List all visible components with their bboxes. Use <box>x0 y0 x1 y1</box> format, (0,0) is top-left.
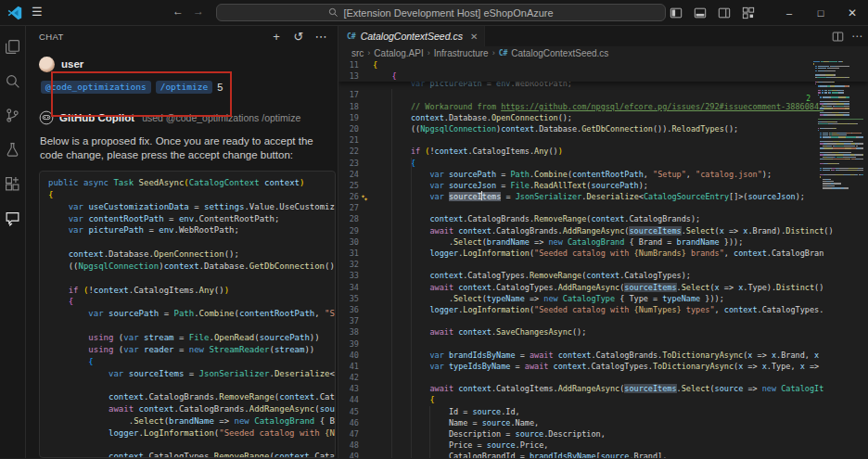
code-line[interactable]: var sourcePath = Path.Combine(contentRoo… <box>48 308 335 320</box>
sidebar-item-extensions[interactable] <box>2 172 24 195</box>
code-line[interactable]: 41 var typeIdsByName = await context.Cat… <box>338 361 868 372</box>
code-line[interactable]: 47 Description = source.Description, <box>338 428 868 440</box>
code-line[interactable]: .Select(brandName => new CatalogBrand { … <box>48 415 335 427</box>
code-line[interactable]: 20 ((NpgsqlConnection)context.Database.G… <box>338 123 868 134</box>
code-line[interactable] <box>48 236 335 249</box>
sticky-scroll[interactable]: 11{13 { <box>338 59 868 82</box>
code-line[interactable]: 40 var brandIdsByName = await context.Ca… <box>338 350 868 361</box>
tab-close-icon[interactable]: ✕ <box>470 32 478 42</box>
code-line[interactable]: 39 <box>338 338 868 350</box>
editor-more-actions-icon[interactable]: ⋯ <box>851 30 862 43</box>
code-line[interactable]: 36 logger.LogInformation("Seeded catalog… <box>338 304 868 315</box>
chip-code-optimizations[interactable]: @code_optimizations <box>41 81 151 94</box>
code-line[interactable]: 35 .Select(typeName => new CatalogType {… <box>338 293 868 304</box>
nav-forward-icon[interactable]: → <box>193 5 204 18</box>
title-bar: ☰ ← → [Extension Development Host] eShop… <box>0 0 868 26</box>
code-line[interactable] <box>48 440 335 452</box>
code-line[interactable]: 33 context.CatalogTypes.RemoveRange(cont… <box>338 270 868 281</box>
minimap-line <box>813 77 863 78</box>
minimize-button[interactable]: – <box>773 0 805 26</box>
split-editor-icon[interactable] <box>832 31 844 43</box>
editor-code-area[interactable]: 1718 // Workaround from https://github.c… <box>338 89 868 458</box>
code-line[interactable]: 21 <box>338 134 868 146</box>
breadcrumb-src[interactable]: src <box>351 48 364 58</box>
code-line[interactable]: var sourceItems = JsonSerializer.Deseria… <box>48 368 335 380</box>
code-line[interactable]: context.CatalogTypes.RemoveRange(context… <box>48 451 335 458</box>
chat-more-actions-button[interactable]: ⋯ <box>312 29 330 45</box>
code-line[interactable]: 34 await context.CatalogTypes.AddRangeAs… <box>338 282 868 293</box>
new-chat-button[interactable]: + <box>267 29 286 45</box>
code-line[interactable]: 13 { <box>338 70 868 82</box>
code-line[interactable]: ((NpgsqlConnection)context.Database.GetD… <box>48 261 335 273</box>
code-line[interactable]: 18 // Workaround from https://github.com… <box>338 101 868 112</box>
code-line[interactable]: using (var stream = File.OpenRead(source… <box>48 332 335 344</box>
sidebar-item-explorer[interactable] <box>2 35 24 57</box>
code-line[interactable] <box>48 273 335 285</box>
code-line[interactable]: logger.LogInformation("Seeded catalog wi… <box>48 427 335 440</box>
code-line[interactable]: context.CatalogBrands.RemoveRange(contex… <box>48 391 335 403</box>
code-line[interactable]: 26✦ var sourceItems = JsonSerializer.Des… <box>338 191 868 202</box>
code-line[interactable]: 42 <box>338 372 868 383</box>
code-line[interactable]: { <box>48 189 335 201</box>
toggle-panel-icon[interactable] <box>688 3 712 23</box>
code-line[interactable]: var useCustomizationData = settings.Valu… <box>48 201 335 213</box>
code-line[interactable]: 49 CatalogBrandId = brandIdsByName[sourc… <box>338 451 868 458</box>
code-line[interactable]: 43 await context.CatalogItems.AddRangeAs… <box>338 383 868 394</box>
breadcrumb-infrastructure[interactable]: Infrastructure <box>434 48 489 58</box>
customize-layout-icon[interactable] <box>736 3 760 23</box>
code-line[interactable]: using (var reader = new StreamReader(str… <box>48 344 335 356</box>
command-center[interactable]: [Extension Development Host] eShopOnAzur… <box>216 4 666 21</box>
code-line[interactable]: 38 await context.SaveChangesAsync(); <box>338 326 868 338</box>
code-line[interactable]: var contentRootPath = env.ContentRootPat… <box>48 213 335 225</box>
code-line[interactable]: await context.CatalogBrands.AddRangeAsyn… <box>48 403 335 415</box>
code-line[interactable]: context.Database.OpenConnection(); <box>48 249 335 261</box>
breadcrumb[interactable]: src› Catalog.API› Infrastructure› C# Cat… <box>338 46 868 59</box>
code-line[interactable]: 31 logger.LogInformation("Seeded catalog… <box>338 248 868 259</box>
code-line[interactable]: var picturePath = env.WebRootPath; <box>48 224 335 236</box>
code-line[interactable]: 25 var sourceJson = File.ReadAllText(sou… <box>338 180 868 191</box>
sidebar-item-source-control[interactable] <box>2 104 24 126</box>
chat-code-block[interactable]: public async Task SeedAsync(CatalogConte… <box>39 171 336 458</box>
code-line[interactable]: 46 Name = source.Name, <box>338 417 868 428</box>
code-line[interactable]: 28 context.CatalogBrands.RemoveRange(con… <box>338 213 868 224</box>
copilot-sparkle-icon[interactable]: ✦ <box>359 191 373 202</box>
chat-history-button[interactable]: ↺ <box>289 29 308 45</box>
breadcrumb-file[interactable]: CatalogContextSeed.cs <box>511 48 608 58</box>
code-line[interactable]: 45 Id = source.Id, <box>338 406 868 417</box>
code-line[interactable]: 19 context.Database.OpenConnection(); <box>338 112 868 123</box>
code-text: var sourcePath = Path.Combine(contentRoo… <box>373 169 868 180</box>
toggle-sidebar-right-icon[interactable] <box>712 3 736 23</box>
minimap[interactable] <box>813 61 863 458</box>
sidebar-item-testing[interactable] <box>2 138 24 160</box>
toggle-sidebar-left-icon[interactable] <box>664 3 688 23</box>
sidebar-item-chat[interactable] <box>2 207 24 229</box>
maximize-button[interactable]: □ <box>805 0 836 26</box>
code-line[interactable]: { <box>48 356 335 368</box>
breadcrumb-catalog-api[interactable]: Catalog.API <box>374 48 423 58</box>
code-line[interactable]: 37 <box>338 315 868 326</box>
chip-optimize[interactable]: /optimize <box>156 81 212 94</box>
code-line[interactable]: var picturePath = env.WebRootPath; <box>338 82 868 89</box>
code-line[interactable]: { <box>48 296 335 308</box>
code-line[interactable]: 30 .Select(brandName => new CatalogBrand… <box>338 236 868 248</box>
menu-icon[interactable]: ☰ <box>32 5 43 19</box>
code-line[interactable]: public async Task SeedAsync(CatalogConte… <box>48 177 335 189</box>
nav-back-icon[interactable]: ← <box>172 5 184 18</box>
code-line[interactable]: 32 <box>338 259 868 270</box>
sidebar-item-search[interactable] <box>2 70 24 92</box>
code-line[interactable]: 48 Price = source.Price, <box>338 440 868 451</box>
code-line[interactable]: 44 { <box>338 394 868 405</box>
code-line[interactable]: 22 if (!context.CatalogItems.Any()) <box>338 146 868 157</box>
editor-viewport[interactable]: 11{13 { var picturePath = env.WebRootPat… <box>338 59 868 458</box>
code-line[interactable]: 11{ <box>338 59 868 70</box>
code-line[interactable] <box>48 320 335 332</box>
code-line[interactable]: 29 await context.CatalogBrands.AddRangeA… <box>338 225 868 236</box>
tab-catalogcontextseed[interactable]: C# CatalogContextSeed.cs ✕ <box>338 26 485 46</box>
code-line[interactable]: 17 <box>338 89 868 100</box>
close-button[interactable]: ✕ <box>836 0 868 26</box>
code-line[interactable]: 27 <box>338 202 868 213</box>
code-line[interactable]: if (!context.CatalogItems.Any()) <box>48 285 335 297</box>
code-line[interactable]: 24 var sourcePath = Path.Combine(content… <box>338 169 868 180</box>
code-line[interactable]: 23 { <box>338 158 868 169</box>
code-line[interactable] <box>48 379 335 391</box>
